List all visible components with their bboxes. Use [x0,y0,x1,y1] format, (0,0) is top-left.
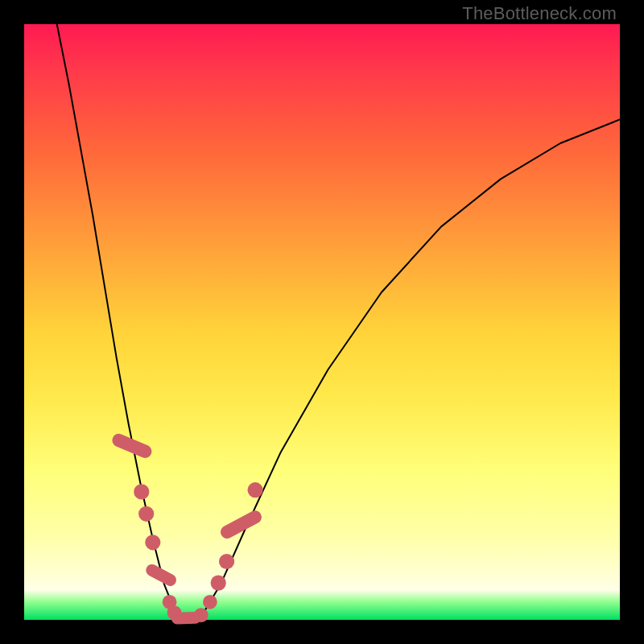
marker-layer [110,431,264,625]
data-marker [138,506,154,522]
data-marker [203,595,217,609]
data-marker [144,562,179,588]
data-marker [248,482,263,497]
bottleneck-curve [57,24,620,620]
data-marker [219,554,234,569]
data-marker [134,484,149,499]
data-marker [194,608,208,622]
data-marker [145,535,160,550]
data-marker [218,508,264,540]
chart-svg [24,24,620,620]
chart-frame: TheBottleneck.com [0,0,644,644]
data-marker [110,431,154,460]
plot-area [24,24,620,620]
data-marker [211,576,226,591]
watermark-text: TheBottleneck.com [462,3,617,24]
